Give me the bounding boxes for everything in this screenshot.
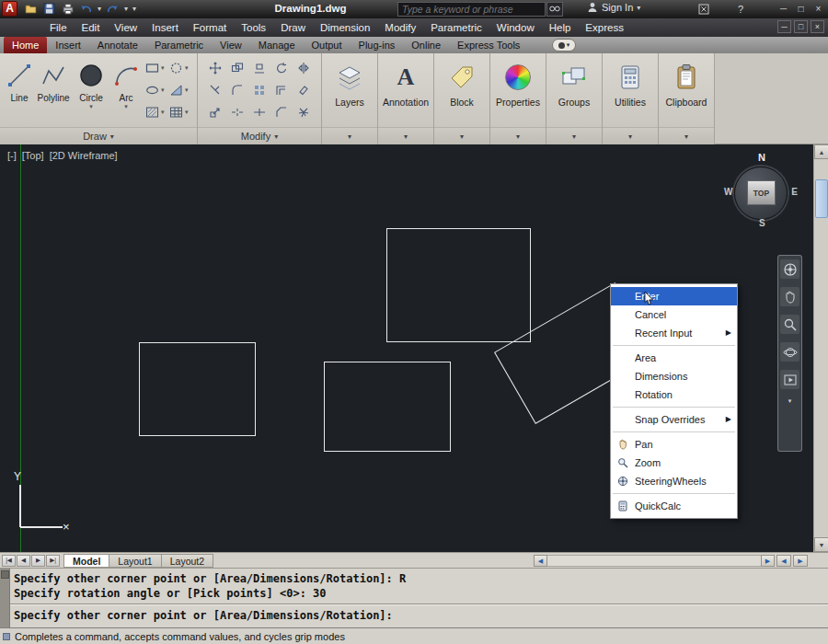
menu-modify[interactable]: Modify — [377, 18, 423, 37]
erase-icon[interactable] — [293, 79, 315, 101]
navbar-chevron-down-icon[interactable]: ▾ — [788, 397, 792, 405]
menu-view[interactable]: View — [107, 18, 144, 37]
help-icon[interactable]: ? — [733, 3, 748, 16]
menu-express[interactable]: Express — [578, 18, 631, 37]
context-menu-item-rotation[interactable]: Rotation — [611, 385, 737, 404]
doc-close-icon[interactable]: × — [811, 20, 824, 33]
offset-icon[interactable] — [270, 79, 293, 101]
mirror-icon[interactable] — [293, 57, 315, 79]
scroll-right-icon[interactable]: ▶ — [761, 555, 775, 567]
exchange-icon[interactable] — [696, 3, 711, 16]
scroll-down-icon[interactable]: ▼ — [814, 537, 828, 552]
layout-next-icon[interactable]: ▶ — [31, 555, 45, 567]
tab-express-tools[interactable]: Express Tools — [449, 37, 528, 53]
chamfer-icon[interactable] — [270, 101, 293, 123]
circle-button[interactable]: Circle ▾ — [72, 54, 110, 127]
clipboard-panel-footer[interactable]: ▾ — [659, 127, 714, 144]
copy-icon[interactable] — [226, 57, 248, 79]
tab-model[interactable]: Model — [63, 554, 109, 568]
line-button[interactable]: Line — [4, 54, 35, 127]
draw-panel-footer[interactable]: Draw ▾ — [0, 127, 197, 144]
command-window[interactable]: Specify other corner point or [Area/Dime… — [0, 568, 828, 627]
gradient-tool-button[interactable]: ▾ — [169, 79, 193, 101]
utilities-button[interactable]: Utilities — [603, 54, 658, 127]
context-menu-item-zoom[interactable]: Zoom — [611, 454, 737, 472]
minimize-icon[interactable]: ─ — [776, 2, 791, 16]
context-menu-item-steeringwheels[interactable]: SteeringWheels — [611, 472, 737, 490]
viewcube-south[interactable]: S — [759, 218, 765, 228]
viewport-view-control[interactable]: [Top] — [22, 150, 44, 161]
horizontal-scroll-track[interactable] — [547, 555, 761, 567]
context-menu-item-recent-input[interactable]: Recent Input▶ — [611, 324, 737, 342]
undo-icon[interactable] — [79, 2, 93, 16]
region-tool-button[interactable]: ▾ — [169, 57, 193, 79]
menu-edit[interactable]: Edit — [75, 18, 108, 37]
tab-manage[interactable]: Manage — [250, 37, 304, 53]
context-menu-item-enter[interactable]: Enter — [611, 287, 737, 305]
viewcube-west[interactable]: W — [724, 187, 732, 197]
menu-parametric[interactable]: Parametric — [423, 18, 489, 37]
move-icon[interactable] — [204, 57, 226, 79]
polyline-button[interactable]: Polyline — [35, 54, 72, 127]
fillet-icon[interactable] — [226, 79, 248, 101]
tab-layout1[interactable]: Layout1 — [109, 554, 161, 568]
menu-window[interactable]: Window — [489, 18, 542, 37]
drawing-canvas[interactable]: [-] [Top] [2D Wireframe] N W E S TOP ▾ Y… — [0, 144, 813, 552]
viewport-menu-control[interactable]: [-] — [7, 150, 17, 161]
groups-panel-footer[interactable]: ▾ — [546, 127, 602, 144]
layers-panel-footer[interactable]: ▾ — [322, 127, 377, 144]
properties-button[interactable]: Properties — [490, 54, 546, 127]
viewport-visual-style-control[interactable]: [2D Wireframe] — [50, 150, 118, 161]
vertical-scrollbar[interactable]: ▲ ▼ — [813, 144, 828, 552]
annotation-panel-footer[interactable]: ▾ — [378, 127, 433, 144]
redo-icon[interactable] — [106, 2, 120, 16]
tab-annotate[interactable]: Annotate — [89, 37, 146, 53]
pan-right-button[interactable]: ▶ — [793, 555, 808, 567]
search-icon[interactable] — [546, 2, 563, 17]
tab-layout2[interactable]: Layout2 — [162, 554, 213, 568]
layout-last-icon[interactable]: ▶| — [46, 555, 60, 567]
rotate-icon[interactable] — [270, 57, 293, 79]
context-menu-item-cancel[interactable]: Cancel — [611, 305, 737, 324]
app-logo[interactable]: A — [2, 1, 17, 17]
plot-icon[interactable] — [61, 2, 75, 16]
explode-icon[interactable] — [293, 101, 315, 123]
tab-view[interactable]: View — [212, 37, 250, 53]
viewcube-east[interactable]: E — [791, 187, 798, 197]
zoom-tool-icon[interactable] — [780, 315, 799, 334]
maximize-icon[interactable]: □ — [793, 2, 809, 16]
layout-first-icon[interactable]: |◀ — [2, 555, 16, 567]
viewcube-north[interactable]: N — [758, 152, 765, 163]
context-menu-item-area[interactable]: Area — [611, 349, 737, 367]
context-menu-item-pan[interactable]: Pan — [611, 435, 737, 454]
context-menu-item-snap-overrides[interactable]: Snap Overrides▶ — [611, 410, 737, 429]
doc-restore-icon[interactable]: □ — [794, 20, 808, 33]
orbit-tool-icon[interactable] — [780, 342, 799, 362]
trim-icon[interactable] — [204, 79, 226, 101]
qat-chevron-down-icon[interactable]: ▾ — [132, 5, 136, 13]
clipboard-button[interactable]: Clipboard — [659, 54, 714, 127]
command-prompt[interactable]: Specify other corner point or [Area/Dime… — [14, 609, 393, 622]
full-navigation-wheel-icon[interactable] — [780, 259, 799, 279]
array-icon[interactable] — [248, 79, 270, 101]
menu-draw[interactable]: Draw — [273, 18, 313, 37]
showmotion-tool-icon[interactable] — [780, 370, 799, 389]
pan-tool-icon[interactable] — [780, 287, 799, 306]
join-icon[interactable] — [248, 101, 270, 123]
save-icon[interactable] — [42, 2, 56, 16]
horizontal-scrollbar[interactable]: ◀ ▶ ◀ ▶ — [534, 555, 808, 567]
vertical-scroll-thumb[interactable] — [815, 179, 828, 218]
search-input[interactable] — [398, 4, 545, 15]
layout-prev-icon[interactable]: ◀ — [17, 555, 30, 567]
menu-insert[interactable]: Insert — [144, 18, 186, 37]
groups-button[interactable]: Groups — [546, 54, 602, 127]
doc-minimize-icon[interactable]: ─ — [777, 20, 791, 33]
arc-button[interactable]: Arc ▾ — [110, 54, 142, 127]
open-icon[interactable] — [24, 2, 38, 16]
menu-tools[interactable]: Tools — [234, 18, 273, 37]
annotation-button[interactable]: A Annotation — [378, 54, 433, 127]
rectangle-tool-button[interactable]: ▾ — [145, 57, 169, 79]
undo-chevron-down-icon[interactable]: ▾ — [98, 5, 101, 13]
context-menu-item-dimensions[interactable]: Dimensions — [611, 367, 737, 385]
tab-plugins[interactable]: Plug-ins — [351, 37, 404, 53]
